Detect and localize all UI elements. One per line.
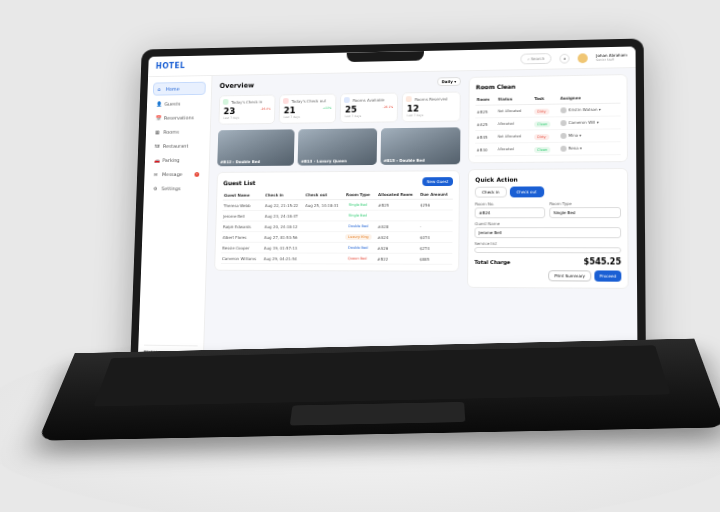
stat-checkout: Today's Check out21+11%Last 7 days [279,94,337,124]
field-label: Room No. [475,201,545,206]
print-button[interactable]: Print Summary [548,270,591,281]
calendar-icon: 📅 [156,115,162,121]
table-header[interactable]: Check out [304,190,345,199]
available-icon [344,97,350,103]
stat-label: Today's Check out [291,98,331,103]
stat-change: -26.4% [261,107,271,111]
sidebar-item-message[interactable]: ✉Message• [150,168,203,180]
gear-icon: ⚙ [153,186,159,192]
sidebar: ⌂Home 👤Guests 📅Reservations ▦Rooms 🍽Rest… [137,76,212,375]
brand-logo: HOTEL [156,62,186,71]
tab-checkin[interactable]: Check in [475,187,506,198]
guests-icon: 👤 [156,101,162,107]
stat-available: Rooms Available25-26.1%Last 7 days [340,93,399,124]
table-row[interactable]: Bessie CooperAug 19, 01:57:13Double Bed#… [221,242,452,253]
stat-checkin: Today's Check in23-26.4%Last 7 days [218,95,275,125]
field-label: Room Type [549,201,621,206]
card-title: Guest List [223,179,255,186]
room-label: #B15 - Double Bed [383,158,424,163]
table-row[interactable]: Ralph EdwardsAug 20, 24:18:12Double Bed#… [222,221,453,232]
quick-action-card: Quick Action Check in Check out Room No.… [467,168,628,289]
period-dropdown[interactable]: Daily ▾ [437,77,461,86]
room-no-input[interactable]: #B24 [475,207,545,218]
stat-change: +11% [323,106,332,110]
sidebar-item-label: Home [166,86,180,92]
sidebar-item-parking[interactable]: 🚗Parking [150,154,203,166]
sidebar-item-label: Parking [162,157,179,163]
room-cards: #B12 - Double Bed #B13 - Luxury Queen #B… [217,127,461,166]
sidebar-item-label: Settings [161,185,180,191]
table-header: Room [476,94,497,105]
sidebar-item-rooms[interactable]: ▦Rooms [151,126,204,138]
table-row[interactable]: Jerome BellAug 23, 24:18:47Single Bed [222,210,453,221]
message-badge: • [194,172,199,177]
room-label: #B13 - Luxury Queen [301,158,347,163]
user-role: Senior Staff [596,57,627,62]
table-header[interactable]: Allocated Room [377,190,419,199]
stat-sub: Last 7 days [407,113,456,118]
avatar[interactable] [578,53,588,63]
room-label: #B12 - Double Bed [220,159,260,164]
search-input[interactable]: ⌕ Search [520,53,552,64]
reserved-icon [406,96,412,102]
table-header: Status [497,93,534,105]
sidebar-item-reservations[interactable]: 📅Reservations [152,112,205,124]
sidebar-item-settings[interactable]: ⚙Settings [149,182,202,194]
table-header[interactable]: Check in [264,191,304,200]
table-header[interactable]: Guest Name [223,191,265,200]
table-row[interactable]: Cameron WilliamsAug 29, 04:21:54Queen Be… [221,253,453,264]
notification-icon[interactable]: • [560,53,570,63]
sidebar-item-label: Message [162,171,183,177]
guest-name-input[interactable]: Jerome Bell [475,227,621,238]
table-header: Task [533,93,559,105]
home-icon: ⌂ [158,86,164,92]
guest-list-card: Guest ListNew Guest Guest Name Check in … [214,170,460,272]
proceed-button[interactable]: Proceed [594,270,621,281]
stat-label: Rooms Reserved [415,96,456,101]
sidebar-item-home[interactable]: ⌂Home [153,82,206,96]
stat-reserved: Rooms Reserved12Last 7 days [402,92,461,123]
service-input[interactable] [475,247,622,253]
table-row[interactable]: Albert FloresAug 27, 81:53:56Luxury King… [222,232,453,243]
total-label: Total Charge [475,258,511,264]
table-header: Assignee [559,92,620,104]
field-label: Guest Name [475,221,621,226]
total-value: $545.25 [584,257,622,266]
table-row[interactable]: Theresa WebbAug 22, 21:15:22Aug 25, 14:1… [222,199,453,210]
sidebar-item-label: Reservations [164,115,194,121]
sidebar-item-label: Restaurant [163,143,189,149]
table-header[interactable]: Due Amount [419,190,453,199]
rooms-icon: ▦ [155,129,161,135]
room-card[interactable]: #B15 - Double Bed [380,127,460,165]
field-label: Service list [475,241,621,246]
card-title: Quick Action [475,176,518,183]
stat-label: Today's Check in [231,99,271,104]
parking-icon: 🚗 [154,157,160,163]
page-title: Overview [220,81,255,89]
stat-change: -26.1% [383,105,393,109]
search-placeholder: Search [531,56,545,61]
sidebar-item-label: Guests [164,101,180,107]
room-clean-card: Room Clean Room Status Task Assignee #B2… [468,74,628,163]
table-header[interactable]: Room Type [345,190,377,199]
table-row[interactable]: #B30AllocatedCleanRena ▾ [475,142,620,156]
stat-sub: Last 7 days [284,115,332,119]
sidebar-item-guests[interactable]: 👤Guests [152,98,205,110]
tab-checkout[interactable]: Check out [509,186,544,197]
user-block[interactable]: Johan Abraham Senior Staff [596,53,627,61]
restaurant-icon: 🍽 [155,143,161,149]
new-guest-button[interactable]: New Guest [422,177,453,186]
search-icon: ⌕ [527,56,529,61]
checkin-icon [223,99,229,105]
guest-table: Guest Name Check in Check out Room Type … [221,190,453,265]
room-type-input[interactable]: Single Bed [549,207,621,218]
overview-header: Overview Daily ▾ [219,77,461,90]
sidebar-item-restaurant[interactable]: 🍽Restaurant [151,140,204,152]
checkout-icon [283,98,289,104]
message-icon: ✉ [154,171,160,177]
room-card[interactable]: #B12 - Double Bed [217,129,295,166]
stats-row: Today's Check in23-26.4%Last 7 days Toda… [218,92,461,125]
room-card[interactable]: #B13 - Luxury Queen [298,128,377,165]
stat-label: Rooms Available [353,97,394,102]
stat-sub: Last 7 days [345,114,393,118]
